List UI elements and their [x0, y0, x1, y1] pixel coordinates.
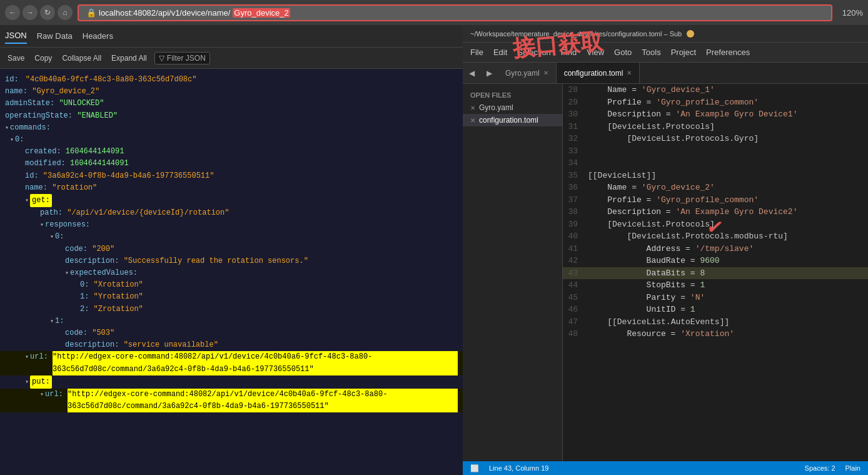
json-row-xrotation: 0: "Xrotation" [0, 279, 463, 291]
filter-json-input[interactable]: ▽ Filter JSON [154, 52, 210, 64]
json-row-zrotation: 2: "Zrotation" [0, 304, 463, 315]
json-toolbar: Save Copy Collapse All Expand All ▽ Filt… [0, 48, 463, 69]
json-row-modified: modified: 1604644144091 [0, 158, 463, 170]
menu-goto[interactable]: Goto [614, 48, 632, 57]
code-line-33: 33 [563, 145, 868, 158]
json-row-nested-name: name: "rotation" [0, 182, 463, 194]
tab-raw-data[interactable]: Raw Data [37, 29, 73, 43]
code-line-37: 37 Profile = 'Gyro_profile_common' [563, 194, 868, 207]
refresh-button[interactable]: ↻ [40, 5, 55, 20]
statusbar-indicator: ⬜ [470, 464, 479, 472]
copy-button[interactable]: Copy [32, 53, 54, 64]
tab-headers[interactable]: Headers [83, 29, 113, 43]
menu-edit[interactable]: Edit [493, 48, 507, 57]
main-content: 接口获取 JSON Raw Data Headers Save Copy Col… [0, 25, 868, 475]
tab-gyro-yaml[interactable]: Gyro.yaml ✕ [498, 63, 557, 83]
code-line-46: 46 UnitID = 1 [563, 304, 868, 316]
json-row-get: ▾get: [0, 194, 463, 207]
json-row-path: path: "/api/v1/device/{deviceId}/rotatio… [0, 207, 463, 219]
editor-panel: ~/Workspace/temperature_device_driver/re… [463, 25, 868, 475]
code-line-48: 48 Resource = 'Xrotation' [563, 328, 868, 340]
json-body: id: "4c0b40a6-9fcf-48c3-8a80-363c56d7d08… [0, 69, 463, 475]
tab-configuration-toml[interactable]: configuration.toml ✕ [557, 63, 640, 83]
menu-file[interactable]: File [470, 48, 483, 57]
code-line-32: 32 [DeviceList.Protocols.Gyro] [563, 133, 868, 145]
tab-configuration-toml-close[interactable]: ✕ [627, 69, 632, 76]
nav-buttons: ← → ↻ ⌂ [5, 5, 73, 20]
tab-nav-right[interactable]: ▶ [480, 63, 498, 83]
statusbar-right: Spaces: 2 Plain [805, 464, 860, 472]
statusbar-spaces: Spaces: 2 [805, 464, 835, 472]
code-area[interactable]: 28 Name = 'Gyro_device_1' 29 Profile = '… [563, 84, 868, 461]
code-line-38: 38 Description = 'An Example Gyro Device… [563, 206, 868, 218]
code-line-29: 29 Profile = 'Gyro_profile_common' [563, 96, 868, 109]
editor-menubar: File Edit Selection Find View Goto Tools… [463, 43, 868, 63]
file-name-config: configuration.toml [479, 116, 538, 125]
filter-label: Filter JSON [167, 54, 206, 63]
editor-titlebar: ~/Workspace/temperature_device_driver/re… [463, 25, 868, 43]
filter-icon: ▽ [159, 54, 164, 63]
editor-main: OPEN FILES ✕ Gyro.yaml ✕ configuration.t… [463, 84, 868, 461]
file-close-gyro[interactable]: ✕ [470, 105, 475, 111]
browser-chrome: ← → ↻ ⌂ 🔒 localhost:48082/api/v1/device/… [0, 0, 868, 25]
forward-button[interactable]: → [23, 5, 38, 20]
code-line-31: 31 [DeviceList.Protocols] [563, 121, 868, 133]
code-line-40: 40 [DeviceList.Protocols.modbus-rtu] [563, 230, 868, 243]
file-tree: OPEN FILES ✕ Gyro.yaml ✕ configuration.t… [463, 84, 563, 461]
code-line-42: 42 BaudRate = 9600 [563, 255, 868, 267]
back-button[interactable]: ← [5, 5, 20, 20]
json-row-id: id: "4c0b40a6-9fcf-48c3-8a80-363c56d7d08… [0, 74, 463, 86]
file-close-config[interactable]: ✕ [470, 117, 475, 124]
code-line-30: 30 Description = 'An Example Gyro Device… [563, 108, 868, 121]
json-row-code-200: code: "200" [0, 243, 463, 255]
collapse-all-button[interactable]: Collapse All [59, 53, 104, 64]
json-row-url-get: ▾url: "http://edgex-core-command:48082/a… [0, 351, 463, 375]
file-name-gyro: Gyro.yaml [479, 103, 513, 112]
json-row-responses-1: ▾1: [0, 315, 463, 327]
code-line-36: 36 Name = 'Gyro_device_2' [563, 181, 868, 194]
tab-gyro-yaml-close[interactable]: ✕ [543, 69, 548, 76]
home-button[interactable]: ⌂ [58, 5, 73, 20]
code-line-35: 35 [[DeviceList]] [563, 170, 868, 182]
expand-all-button[interactable]: Expand All [109, 53, 149, 64]
json-row-created: created: 1604644144091 [0, 146, 463, 158]
menu-view[interactable]: View [587, 48, 604, 57]
url-domain: localhost:48082/api/v1/device/name/ [99, 8, 230, 18]
json-row-commands: ▾commands: [0, 122, 463, 134]
json-row-responses: ▾responses: [0, 219, 463, 231]
json-row-yrotation: 1: "Yrotation" [0, 291, 463, 303]
menu-find[interactable]: Find [561, 48, 577, 57]
editor-tabs: ◀ ▶ Gyro.yaml ✕ configuration.toml ✕ [463, 63, 868, 84]
json-row-nested-id: id: "3a6a92c4-0f8b-4da9-b4a6-19773655051… [0, 170, 463, 182]
code-line-28: 28 Name = 'Gyro_device_1' [563, 84, 868, 96]
editor-title-text: ~/Workspace/temperature_device_driver/re… [470, 30, 682, 38]
file-item-gyro-yaml[interactable]: ✕ Gyro.yaml [463, 101, 562, 114]
menu-preferences[interactable]: Preferences [706, 48, 750, 57]
code-line-43: 43 DataBits = 8 [563, 267, 868, 280]
editor-statusbar: ⬜ Line 43, Column 19 Spaces: 2 Plain [463, 461, 868, 475]
tab-json[interactable]: JSON [5, 28, 27, 44]
code-line-34: 34 [563, 157, 868, 170]
save-button[interactable]: Save [5, 53, 27, 64]
menu-project[interactable]: Project [671, 48, 696, 57]
json-row-cmd-0: ▾0: [0, 134, 463, 146]
open-files-label: OPEN FILES [463, 89, 562, 101]
menu-selection[interactable]: Selection [517, 48, 550, 57]
title-dot [687, 30, 694, 38]
file-item-configuration-toml[interactable]: ✕ configuration.toml [463, 114, 562, 126]
tab-configuration-toml-label: configuration.toml [564, 69, 623, 78]
json-row-name: name: "Gyro_device_2" [0, 86, 463, 98]
address-bar[interactable]: 🔒 localhost:48082/api/v1/device/name/Gyr… [78, 4, 832, 21]
json-row-put: ▾put: [0, 375, 463, 389]
menu-tools[interactable]: Tools [642, 48, 660, 57]
json-row-code-503: code: "503" [0, 327, 463, 339]
json-row-unavailable: description: "service unavailable" [0, 339, 463, 351]
json-row-responses-0: ▾0: [0, 231, 463, 243]
tab-gyro-yaml-label: Gyro.yaml [505, 69, 540, 78]
code-line-39: 39 [DeviceList.Protocols] [563, 218, 868, 231]
zoom-level: 120% [842, 8, 863, 18]
tab-nav-left[interactable]: ◀ [463, 63, 480, 83]
json-row-expectedvalues: ▾expectedValues: [0, 267, 463, 279]
code-line-44: 44 StopBits = 1 [563, 279, 868, 292]
url-highlight: Gyro_device_2 [233, 8, 290, 18]
